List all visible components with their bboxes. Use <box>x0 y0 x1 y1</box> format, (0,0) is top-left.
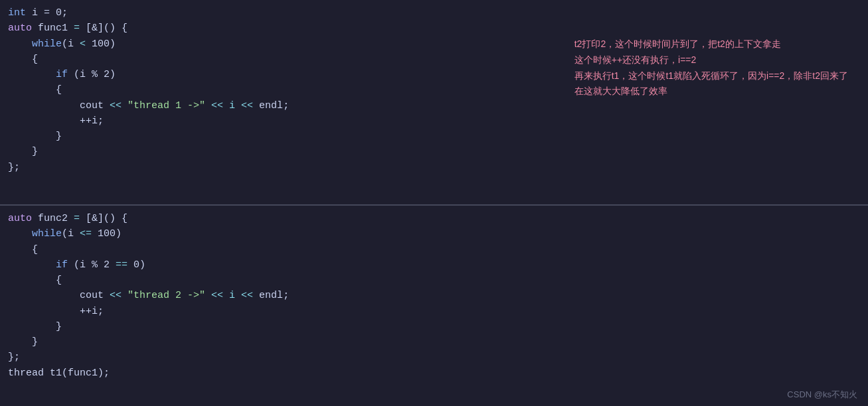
top-pane: int i = 0;auto func1 = [&]() { while(i <… <box>0 0 868 206</box>
code-line: }; <box>8 350 868 365</box>
annotation-line: 这个时候++还没有执行，i==2 <box>574 52 848 68</box>
code-line: { <box>8 273 868 288</box>
code-line: } <box>8 129 868 144</box>
code-line: thread t1(func1); <box>8 366 868 381</box>
code-area: int i = 0;auto func1 = [&]() { while(i <… <box>0 0 868 406</box>
code-line: cout << "thread 2 ->" << i << endl; <box>8 288 868 303</box>
annotation-line: 再来执行t1，这个时候t1就陷入死循环了，因为i==2，除非t2回来了 <box>574 68 848 84</box>
annotation-line: t2打印2，这个时候时间片到了，把t2的上下文拿走 <box>574 36 848 52</box>
code-line: ++i; <box>8 113 868 129</box>
code-line: if (i % 2 == 0) <box>8 257 868 273</box>
annotation-line: 在这就大大降低了效率 <box>574 84 848 100</box>
annotation-box: t2打印2，这个时候时间片到了，把t2的上下文拿走这个时候++还没有执行，i==… <box>574 36 848 100</box>
code-line: } <box>8 334 868 350</box>
code-line: while(i <= 100) <box>8 226 868 241</box>
code-line: cout << "thread 1 ->" << i << endl; <box>8 98 868 113</box>
code-line: { <box>8 242 868 257</box>
code-line: } <box>8 319 868 334</box>
code-line: }; <box>8 160 868 175</box>
code-line: auto func1 = [&]() { <box>8 21 868 36</box>
code-line: } <box>8 144 868 159</box>
code-line: auto func2 = [&]() { <box>8 211 868 226</box>
bottom-pane: auto func2 = [&]() { while(i <= 100) { i… <box>0 206 868 406</box>
code-line: int i = 0; <box>8 5 868 21</box>
code-line: ++i; <box>8 304 868 319</box>
watermark: CSDN @ks不知火 <box>787 389 857 401</box>
